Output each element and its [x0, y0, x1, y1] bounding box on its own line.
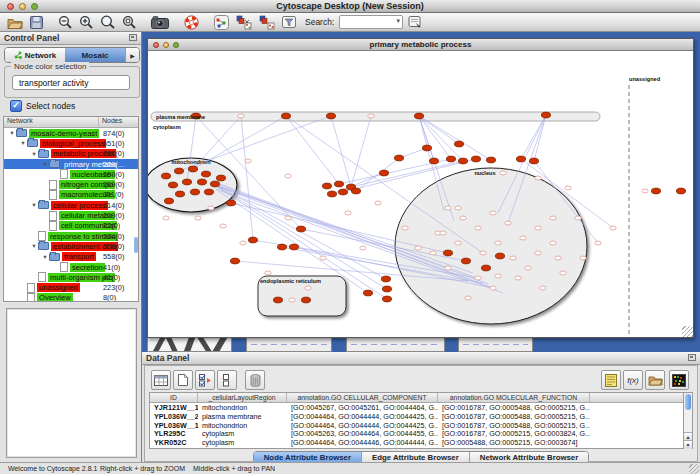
network-node[interactable]: [525, 266, 531, 270]
table-column-header[interactable]: annotation.GO CELLULAR_COMPONENT: [287, 393, 438, 402]
network-node-selected[interactable]: [326, 113, 335, 119]
network-node-selected[interactable]: [204, 189, 213, 195]
table-column-header[interactable]: _cellularLayoutRegion: [198, 393, 287, 402]
disclosure-triangle-icon[interactable]: ▼: [19, 140, 27, 146]
select-attributes-icon[interactable]: [195, 370, 215, 390]
import-filter-icon[interactable]: [280, 14, 298, 31]
search-dropdown-icon[interactable]: ▼: [395, 18, 401, 24]
network-node[interactable]: [455, 241, 461, 245]
tree-row[interactable]: unassigned223(0): [4, 282, 138, 292]
network-node[interactable]: [285, 174, 291, 178]
table-row[interactable]: YLR295Ccytoplasm[GO:0045263, GO:0044464,…: [150, 429, 684, 438]
network-node[interactable]: [505, 221, 511, 225]
layout-spring-icon[interactable]: [234, 14, 254, 31]
network-node-selected[interactable]: [351, 188, 360, 194]
unselect-attributes-icon[interactable]: [217, 370, 237, 390]
network-node-selected[interactable]: [168, 182, 177, 188]
disclosure-triangle-icon[interactable]: ▼: [41, 254, 49, 260]
network-node-selected[interactable]: [446, 156, 455, 162]
network-node[interactable]: [510, 256, 516, 260]
float-panel-icon[interactable]: [129, 34, 137, 41]
network-node-selected[interactable]: [296, 226, 305, 232]
network-node[interactable]: [208, 206, 214, 210]
layout-attribute-icon[interactable]: [257, 14, 277, 31]
network-node-selected[interactable]: [363, 290, 372, 296]
table-row[interactable]: YPL036W__2plasma membrane[GO:0044464, GO…: [150, 412, 684, 421]
network-node-selected[interactable]: [382, 296, 391, 302]
tree-row[interactable]: ▼primary metabo209(...: [4, 159, 138, 169]
vizmapper-icon[interactable]: [212, 14, 231, 31]
tab-network[interactable]: Network: [5, 48, 65, 62]
network-node-selected[interactable]: [676, 188, 685, 194]
zoom-fit-icon[interactable]: [98, 14, 117, 31]
network-node[interactable]: [460, 216, 466, 220]
network-node-selected[interactable]: [164, 198, 173, 204]
network-node-selected[interactable]: [301, 297, 310, 303]
network-node[interactable]: [610, 226, 616, 230]
network-node[interactable]: [163, 216, 169, 220]
network-node[interactable]: [480, 251, 486, 255]
tree-row[interactable]: nucleobase-209(0): [4, 169, 138, 179]
network-node-selected[interactable]: [338, 189, 347, 195]
network-edge[interactable]: [534, 115, 546, 161]
scroll-down-icon[interactable]: ▼: [684, 440, 692, 449]
window-titlebar[interactable]: Cytoscape Desktop (New Session): [0, 0, 700, 13]
network-node[interactable]: [289, 298, 295, 302]
tab-overflow-arrow-icon[interactable]: ▶: [125, 48, 139, 62]
network-node[interactable]: [320, 256, 326, 260]
network-node[interactable]: [368, 114, 374, 118]
network-node-selected[interactable]: [175, 191, 184, 197]
network-node[interactable]: [475, 276, 481, 280]
new-attribute-icon[interactable]: [173, 370, 193, 390]
tree-row[interactable]: response to stimulu264(0): [4, 231, 138, 241]
network-node-selected[interactable]: [197, 179, 206, 185]
tree-row[interactable]: Overview8(0): [4, 293, 138, 302]
network-node-selected[interactable]: [495, 253, 504, 259]
network-node-selected[interactable]: [516, 156, 525, 162]
disclosure-triangle-icon[interactable]: ▼: [30, 151, 38, 157]
network-edge[interactable]: [356, 158, 399, 191]
tree-row[interactable]: cell communicat22(0): [4, 221, 138, 231]
network-node-selected[interactable]: [529, 158, 538, 164]
network-node[interactable]: [245, 159, 251, 163]
network-edge[interactable]: [218, 187, 387, 289]
network-node-selected[interactable]: [182, 179, 191, 185]
network-node-selected[interactable]: [190, 189, 199, 195]
network-node-selected[interactable]: [188, 166, 197, 172]
tree-row[interactable]: ▼biological_process651(0): [4, 138, 138, 148]
network-node-selected[interactable]: [458, 158, 467, 164]
network-graph[interactable]: plasma membranecytoplasmmitochondrionnuc…: [148, 51, 693, 337]
network-node[interactable]: [595, 241, 601, 245]
network-node[interactable]: [475, 226, 481, 230]
network-node-selected[interactable]: [289, 244, 298, 250]
network-edge[interactable]: [521, 115, 546, 159]
network-edge[interactable]: [241, 116, 253, 240]
network-node[interactable]: [455, 206, 461, 210]
table-row[interactable]: YDR039C__1mitochondrion[GO:0044464, GO:0…: [150, 447, 684, 449]
network-node[interactable]: [535, 176, 541, 180]
help-lifesaver-icon[interactable]: [182, 14, 201, 31]
network-node-selected[interactable]: [277, 244, 286, 250]
network-node[interactable]: [265, 271, 271, 275]
network-node-selected[interactable]: [541, 112, 550, 118]
network-node-selected[interactable]: [379, 170, 388, 176]
scrollbar-thumb[interactable]: [685, 394, 691, 410]
tree-row[interactable]: ▼transport558(0): [4, 252, 138, 262]
network-node-selected[interactable]: [174, 168, 183, 174]
tree-row[interactable]: secretion41(0): [4, 262, 138, 272]
disclosure-triangle-icon[interactable]: ▼: [41, 161, 49, 167]
network-edge[interactable]: [218, 186, 386, 279]
configure-search-icon[interactable]: [406, 14, 424, 31]
network-node[interactable]: [430, 251, 436, 255]
network-node-selected[interactable]: [382, 286, 391, 292]
matrix-heatmap-icon[interactable]: [669, 370, 689, 390]
network-node[interactable]: [535, 251, 541, 255]
import-attributes-folder-icon[interactable]: [645, 370, 665, 390]
export-image-camera-icon[interactable]: [149, 14, 171, 31]
dropdown-stepper-icon[interactable]: ▲▼: [116, 76, 129, 89]
background-window-fragment[interactable]: [346, 336, 445, 352]
search-input[interactable]: ▼: [339, 15, 403, 29]
network-view-window[interactable]: primary metabolic process plasma membran…: [147, 38, 694, 338]
network-node[interactable]: [285, 216, 291, 220]
network-edge[interactable]: [419, 116, 491, 160]
